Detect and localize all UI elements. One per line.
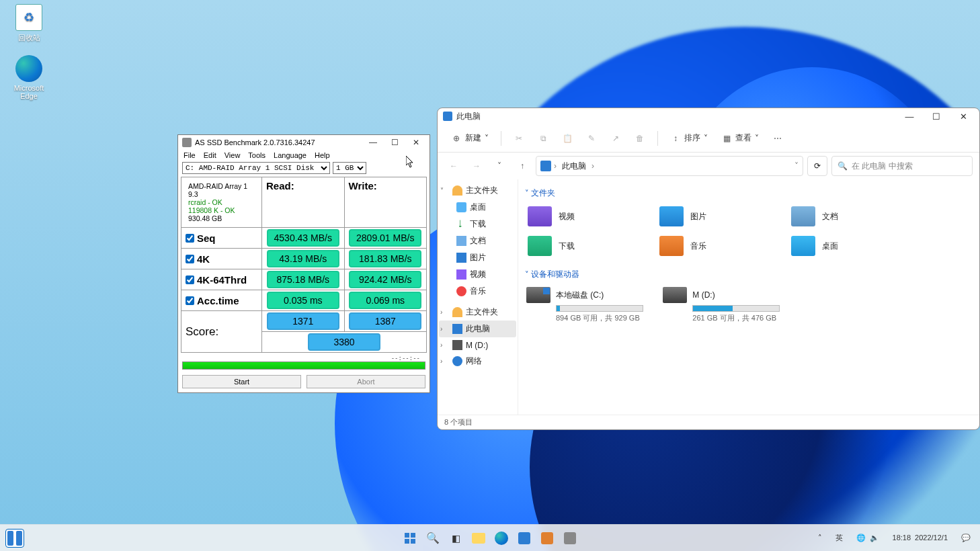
- delete-button[interactable]: 🗑: [629, 130, 651, 147]
- folder-downloads[interactable]: 下载: [525, 234, 639, 258]
- menu-file[interactable]: File: [183, 151, 196, 159]
- menu-edit[interactable]: Edit: [204, 151, 216, 159]
- section-header-drives[interactable]: 设备和驱动器: [525, 269, 973, 280]
- tray-ime-button[interactable]: 英: [831, 530, 847, 546]
- drive-fw: 9.3: [188, 190, 255, 198]
- music-icon: [659, 236, 684, 256]
- folder-music[interactable]: 音乐: [657, 234, 771, 258]
- copy-button[interactable]: ⧉: [532, 130, 554, 147]
- pictures-icon: [456, 253, 466, 263]
- taskbar-search-button[interactable]: 🔍: [423, 529, 442, 548]
- drive-d-free: 261 GB 可用，共 476 GB: [692, 313, 788, 323]
- folder-desktop[interactable]: 桌面: [788, 234, 903, 258]
- size-select[interactable]: 1 GB: [333, 162, 366, 174]
- taskbar: 🔍 ◧ ˄ 英 🌐 🔈 18:18 2022/12/1 💬: [0, 524, 980, 551]
- 4k-checkbox[interactable]: [186, 255, 194, 263]
- paste-button[interactable]: 📋: [557, 130, 578, 147]
- sidebar-item-network[interactable]: ›网络: [439, 353, 516, 370]
- more-button[interactable]: ⋯: [767, 130, 788, 147]
- explorer-titlebar[interactable]: 此电脑 — ☐ ✕: [438, 108, 979, 124]
- svg-rect-2: [405, 539, 409, 544]
- search-icon: 🔍: [838, 161, 848, 171]
- assd-titlebar[interactable]: AS SSD Benchmark 2.0.7316.34247 — ☐ ✕: [178, 135, 430, 150]
- assd-menubar: File Edit View Tools Language Help: [178, 150, 430, 161]
- search-input[interactable]: 🔍 在 此电脑 中搜索: [831, 156, 973, 176]
- acctime-checkbox[interactable]: [186, 296, 194, 305]
- acc-read: 0.035 ms: [267, 292, 339, 309]
- share-button[interactable]: ↗: [605, 130, 626, 147]
- maximize-button[interactable]: ☐: [384, 136, 405, 149]
- menu-help[interactable]: Help: [315, 151, 330, 159]
- chat-icon: 💬: [961, 534, 971, 542]
- rename-button[interactable]: ✎: [581, 130, 602, 147]
- assd-icon: [564, 532, 576, 544]
- desktop-icon: [791, 236, 815, 256]
- taskbar-store-button[interactable]: [515, 529, 534, 548]
- tray-clock-button[interactable]: 18:18 2022/12/1: [889, 531, 952, 544]
- menu-tools[interactable]: Tools: [248, 151, 266, 159]
- taskbar-explorer-button[interactable]: [469, 529, 488, 548]
- breadcrumb-thispc[interactable]: 此电脑: [559, 159, 589, 173]
- start-button[interactable]: Start: [182, 375, 301, 388]
- sort-button[interactable]: ↕ 排序 ˅: [665, 129, 713, 147]
- sidebar-item-home[interactable]: ˅主文件夹: [439, 182, 516, 199]
- folder-videos[interactable]: 视频: [525, 204, 639, 228]
- sidebar-item-downloads[interactable]: ⭣下载: [439, 216, 516, 232]
- drive-c-label: 本地磁盘 (C:): [556, 290, 604, 301]
- system-tray: ˄ 英 🌐 🔈 18:18 2022/12/1 💬: [814, 530, 975, 546]
- sidebar-item-pictures[interactable]: 图片: [439, 249, 516, 266]
- chevron-down-icon[interactable]: ˅: [794, 161, 799, 171]
- maximize-button[interactable]: ☐: [923, 109, 950, 124]
- close-button[interactable]: ✕: [950, 109, 977, 124]
- abort-button[interactable]: Abort: [307, 375, 425, 388]
- 4k64thrd-checkbox[interactable]: [186, 276, 194, 284]
- start-button[interactable]: [401, 529, 419, 548]
- refresh-button[interactable]: ⟳: [807, 156, 827, 176]
- tray-network-sound-button[interactable]: 🌐 🔈: [852, 531, 883, 545]
- desktop-icon-recycle-bin[interactable]: 回收站: [5, 4, 52, 43]
- sidebar-item-home-2[interactable]: ›主文件夹: [439, 304, 516, 321]
- taskbar-app-1[interactable]: [538, 529, 557, 548]
- nav-back-button[interactable]: ←: [444, 157, 463, 175]
- drive-d[interactable]: M (D:) 261 GB 可用，共 476 GB: [661, 286, 789, 325]
- sidebar-item-thispc[interactable]: ›此电脑: [439, 321, 516, 337]
- this-pc-icon: [443, 112, 452, 121]
- sidebar-item-music[interactable]: 音乐: [439, 283, 516, 300]
- header-write: Write:: [344, 177, 427, 228]
- desktop-icon-edge[interactable]: Microsoft Edge: [5, 55, 52, 100]
- tray-notifications-button[interactable]: 💬: [957, 531, 975, 545]
- volume-icon: 🔈: [870, 534, 879, 542]
- minimize-button[interactable]: —: [362, 136, 384, 149]
- explorer-title-text: 此电脑: [456, 111, 896, 122]
- folder-documents[interactable]: 文档: [788, 204, 903, 228]
- folder-pictures[interactable]: 图片: [657, 204, 771, 228]
- videos-icon: [456, 269, 466, 280]
- store-icon: [518, 532, 530, 544]
- widgets-button[interactable]: [5, 529, 24, 548]
- section-header-folders[interactable]: 文件夹: [525, 187, 973, 199]
- drive-c[interactable]: 本地磁盘 (C:) 894 GB 可用，共 929 GB: [525, 286, 653, 325]
- tray-overflow-button[interactable]: ˄: [814, 531, 826, 545]
- nav-history-button[interactable]: ˅: [490, 157, 509, 175]
- menu-view[interactable]: View: [224, 151, 241, 159]
- taskbar-assd-button[interactable]: [561, 529, 579, 548]
- plus-circle-icon: ⊕: [451, 133, 462, 144]
- cut-icon: ✂: [514, 133, 524, 144]
- taskbar-taskview-button[interactable]: ◧: [446, 529, 465, 548]
- menu-language[interactable]: Language: [274, 151, 307, 159]
- view-button[interactable]: ▦ 查看 ˅: [716, 129, 764, 147]
- cut-button[interactable]: ✂: [508, 130, 530, 147]
- sidebar-item-documents[interactable]: 文档: [439, 232, 516, 249]
- sidebar-item-videos[interactable]: 视频: [439, 266, 516, 283]
- nav-forward-button[interactable]: →: [467, 157, 486, 175]
- drive-select[interactable]: C: AMD-RAID Array 1 SCSI Disk De: [182, 162, 330, 174]
- taskbar-edge-button[interactable]: [492, 529, 511, 548]
- close-button[interactable]: ✕: [405, 136, 427, 149]
- sidebar-item-desktop[interactable]: 桌面: [439, 199, 516, 216]
- sidebar-item-mdrive[interactable]: ›M (D:): [439, 337, 516, 353]
- new-button[interactable]: ⊕ 新建 ˅: [446, 129, 494, 147]
- address-bar[interactable]: › 此电脑 › ˅: [536, 156, 803, 176]
- nav-up-button[interactable]: ↑: [513, 157, 532, 175]
- seq-checkbox[interactable]: [186, 234, 194, 243]
- minimize-button[interactable]: —: [896, 109, 923, 124]
